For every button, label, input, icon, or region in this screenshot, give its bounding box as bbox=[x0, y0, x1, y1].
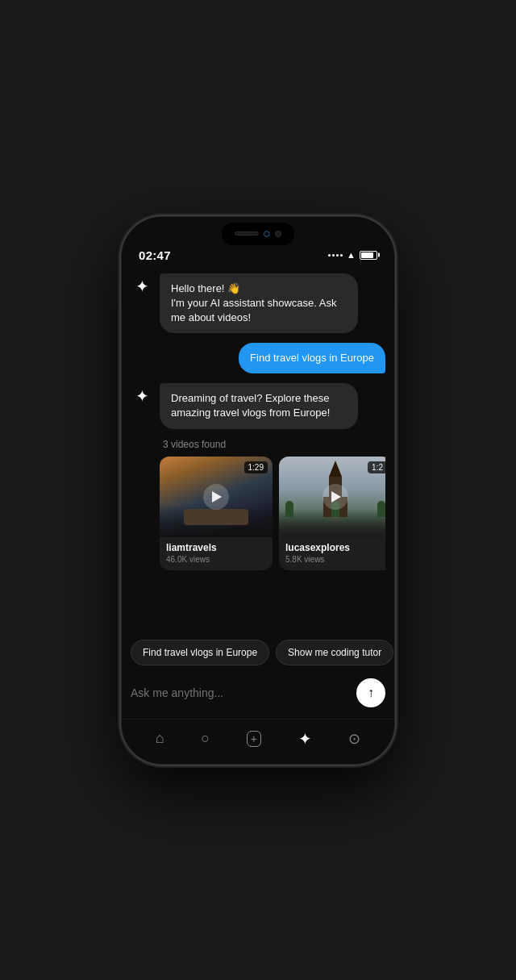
nav-add[interactable]: + bbox=[237, 728, 271, 750]
ai-response-bubble: Dreaming of travel? Explore these amazin… bbox=[160, 383, 358, 428]
user-message-bubble: Find travel vlogs in Europe bbox=[239, 343, 385, 373]
ai-star-icon-2: ✦ bbox=[135, 386, 149, 406]
nav-profile[interactable]: ⊙ bbox=[339, 727, 370, 751]
di-speaker bbox=[235, 231, 259, 236]
battery-icon bbox=[360, 251, 377, 260]
tree-3 bbox=[377, 501, 385, 517]
quick-replies-bar: Find travel vlogs in Europe Show me codi… bbox=[121, 633, 395, 672]
video-card-2[interactable]: 1:2 lucasexplores 5.8K views bbox=[279, 457, 385, 570]
ai-star-icon: ✦ bbox=[135, 277, 149, 296]
bottom-nav: ⌂ ○ + ✦ ⊙ bbox=[121, 719, 395, 765]
video-channel-1: liamtravels bbox=[166, 542, 266, 553]
video-thumb-1: 1:29 bbox=[160, 457, 273, 537]
play-triangle-1 bbox=[212, 491, 222, 503]
tree-1 bbox=[285, 501, 293, 517]
play-button-2[interactable] bbox=[322, 484, 348, 510]
nav-ai[interactable]: ✦ bbox=[289, 726, 322, 752]
video-views-1: 46.0K views bbox=[166, 555, 266, 564]
phone-screen: ⬡ 02:47 ▲ ✦ H bbox=[121, 216, 395, 765]
videos-grid: 1:29 liamtravels 46.0K views bbox=[160, 457, 385, 570]
ai-avatar-2: ✦ bbox=[131, 385, 153, 407]
video-channel-2: lucasexplores bbox=[285, 542, 385, 553]
di-camera bbox=[275, 231, 281, 237]
status-time: 02:47 bbox=[139, 248, 171, 262]
play-button-1[interactable] bbox=[203, 484, 229, 510]
chat-input[interactable] bbox=[131, 686, 350, 699]
profile-icon: ⊙ bbox=[348, 730, 360, 748]
battery-fill bbox=[361, 252, 373, 258]
send-icon: ↑ bbox=[368, 686, 374, 699]
ai-greeting-row: ✦ Hello there! 👋 I'm your AI assistant s… bbox=[131, 273, 385, 334]
star-nav-icon: ✦ bbox=[298, 729, 312, 749]
video-duration-2: 1:2 bbox=[368, 461, 385, 473]
home-icon: ⌂ bbox=[156, 730, 164, 747]
bed-frame bbox=[184, 509, 248, 525]
quick-reply-coding[interactable]: Show me coding tutor bbox=[276, 640, 393, 665]
video-info-1: liamtravels 46.0K views bbox=[160, 537, 273, 570]
bed-shape bbox=[184, 509, 248, 525]
ai-response-text: Dreaming of travel? Explore these amazin… bbox=[171, 392, 330, 419]
search-icon: ○ bbox=[201, 730, 210, 747]
user-message-row: Find travel vlogs in Europe bbox=[131, 343, 385, 373]
videos-count: 3 videos found bbox=[160, 439, 385, 450]
ai-response-row: ✦ Dreaming of travel? Explore these amaz… bbox=[131, 383, 385, 428]
user-message-text: Find travel vlogs in Europe bbox=[250, 352, 374, 364]
input-area: ↑ bbox=[121, 672, 395, 719]
video-info-2: lucasexplores 5.8K views bbox=[279, 537, 385, 570]
status-icons: ▲ bbox=[328, 250, 377, 260]
nav-home[interactable]: ⌂ bbox=[146, 727, 174, 750]
nav-search[interactable]: ○ bbox=[191, 727, 219, 750]
send-button[interactable]: ↑ bbox=[356, 678, 385, 707]
signal-icon bbox=[328, 254, 343, 256]
ai-avatar: ✦ bbox=[131, 275, 153, 298]
ai-greeting-bubble: Hello there! 👋 I'm your AI assistant sho… bbox=[160, 273, 358, 334]
videos-section: 3 videos found 1:29 bbox=[131, 439, 385, 570]
quick-reply-travel[interactable]: Find travel vlogs in Europe bbox=[131, 640, 269, 665]
phone-frame: ⬡ 02:47 ▲ ✦ H bbox=[121, 216, 395, 765]
add-icon: + bbox=[247, 731, 261, 747]
video-duration-1: 1:29 bbox=[244, 461, 268, 473]
chat-area: ✦ Hello there! 👋 I'm your AI assistant s… bbox=[121, 267, 395, 633]
video-views-2: 5.8K views bbox=[285, 555, 385, 564]
wifi-icon: ▲ bbox=[347, 250, 356, 260]
di-bluetooth-icon: ⬡ bbox=[264, 230, 270, 238]
video-thumb-2: 1:2 bbox=[279, 457, 385, 537]
dynamic-island: ⬡ bbox=[222, 223, 294, 245]
ai-greeting-text: Hello there! 👋 I'm your AI assistant sho… bbox=[171, 282, 337, 323]
church-spire bbox=[329, 461, 342, 477]
play-triangle-2 bbox=[331, 491, 341, 503]
video-card-1[interactable]: 1:29 liamtravels 46.0K views bbox=[160, 457, 273, 570]
